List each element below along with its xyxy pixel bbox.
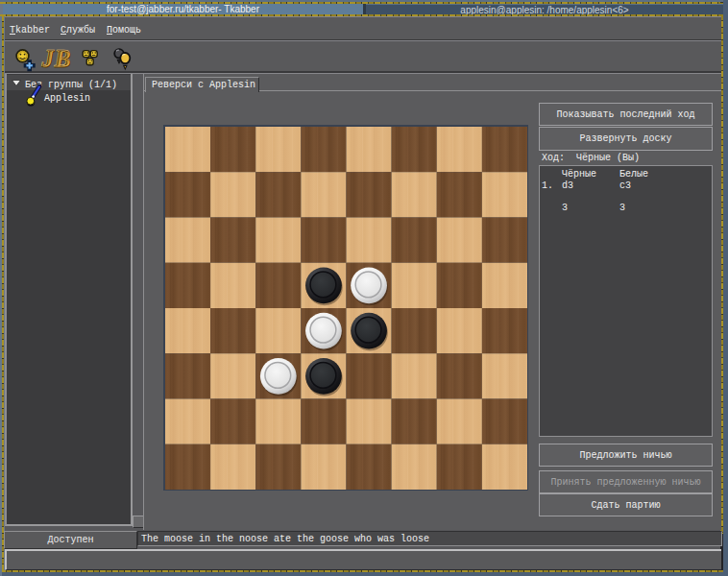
svg-text:JB: JB: [40, 45, 70, 71]
